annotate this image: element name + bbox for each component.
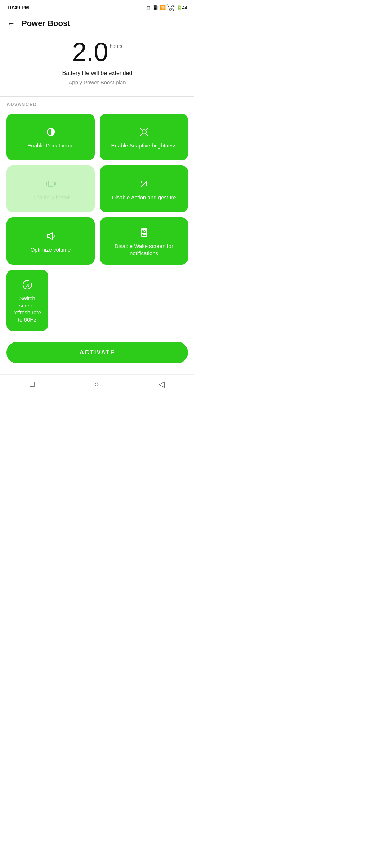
battery-icon: 🔋44: [176, 5, 187, 10]
screenshot-icon: ⊡: [147, 5, 151, 10]
network-speed: 3.52 K/S: [167, 4, 174, 12]
wifi-icon: 🛜: [160, 5, 166, 10]
section-label: ADVANCED: [6, 102, 188, 107]
card-refresh-rate-label: Switch screen refresh rate to 60Hz: [12, 295, 43, 323]
card-optimize-volume-label: Optimize volume: [31, 246, 71, 253]
hours-block: 2.0 hours: [7, 39, 187, 65]
svg-text:60: 60: [25, 283, 30, 287]
card-action-gesture[interactable]: Disable Action and gesture: [100, 165, 188, 212]
status-time: 10:49 PM: [7, 5, 29, 10]
activate-wrap: ACTIVATE: [0, 338, 194, 374]
svg-line-10: [140, 134, 142, 136]
card-wake-screen[interactable]: Disable Wake screen for notifications: [100, 217, 188, 265]
card-adaptive-brightness[interactable]: Enable Adaptive brightness: [100, 114, 188, 160]
hero-subtitle: Battery life will be extended: [7, 70, 187, 76]
nav-back-icon[interactable]: ◁: [158, 380, 165, 389]
hours-label: hours: [110, 39, 122, 49]
cards-grid: Enable Dark theme Enable Adaptive bright…: [6, 114, 188, 331]
nav-bar: □ ○ ◁: [0, 374, 194, 395]
gesture-icon: [138, 178, 150, 190]
back-button[interactable]: ←: [6, 19, 17, 28]
svg-marker-17: [47, 232, 52, 240]
brightness-icon: [138, 126, 150, 138]
card-dark-theme[interactable]: Enable Dark theme: [6, 114, 95, 160]
vibrate-status-icon: 📳: [152, 5, 158, 10]
nav-circle-icon[interactable]: ○: [94, 380, 99, 389]
advanced-section: ADVANCED Enable Dark theme: [0, 102, 194, 338]
nav-square-icon[interactable]: □: [30, 380, 35, 389]
page-title: Power Boost: [22, 19, 70, 28]
wake-icon: [138, 227, 150, 238]
card-dark-theme-label: Enable Dark theme: [27, 142, 73, 149]
dark-theme-icon: [45, 126, 57, 138]
svg-point-2: [142, 130, 146, 134]
vibrate-icon: [45, 178, 57, 190]
header: ← Power Boost: [0, 14, 194, 32]
svg-rect-11: [49, 181, 53, 187]
svg-line-8: [146, 134, 147, 136]
hours-value: 2.0: [72, 39, 108, 65]
card-adaptive-brightness-label: Enable Adaptive brightness: [111, 142, 177, 149]
hero-section: 2.0 hours Battery life will be extended …: [0, 32, 194, 96]
card-disable-vibrator[interactable]: Disable Vibrator: [6, 165, 95, 212]
card-action-gesture-label: Disable Action and gesture: [112, 194, 176, 201]
card-refresh-rate[interactable]: 60 Switch screen refresh rate to 60Hz: [6, 270, 48, 331]
status-bar: 10:49 PM ⊡ 📳 🛜 3.52 K/S 🔋44: [0, 0, 194, 14]
card-optimize-volume[interactable]: Optimize volume: [6, 217, 95, 265]
activate-button[interactable]: ACTIVATE: [6, 342, 188, 363]
volume-icon: [45, 230, 57, 242]
card-disable-vibrator-label: Disable Vibrator: [31, 194, 70, 201]
status-icons: ⊡ 📳 🛜 3.52 K/S 🔋44: [147, 4, 187, 12]
svg-line-9: [146, 129, 147, 130]
section-divider: [0, 96, 194, 97]
card-wake-screen-label: Disable Wake screen for notifications: [105, 243, 183, 257]
refresh-icon: 60: [22, 279, 33, 291]
svg-line-7: [140, 129, 142, 130]
hero-plan: Apply Power Boost plan: [7, 79, 187, 85]
